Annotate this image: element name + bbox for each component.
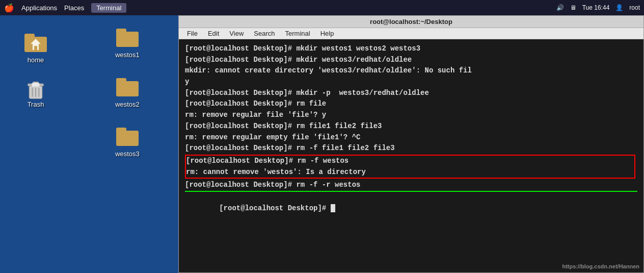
svg-rect-16	[116, 131, 139, 146]
desktop-icon-westos2[interactable]: westos2	[92, 70, 163, 112]
menu-help[interactable]: Help	[315, 28, 339, 39]
westos2-icon-label: westos2	[115, 101, 140, 108]
desktop-icon-westos1[interactable]: westos1	[92, 20, 163, 63]
applications-menu[interactable]: Applications	[21, 4, 57, 12]
desktop-icon-home[interactable]: home	[0, 26, 71, 68]
terminal-line-2: [root@localhost Desktop]# mkdir westos3/…	[185, 55, 637, 66]
apple-icon[interactable]: 🍎	[4, 3, 14, 13]
westos3-folder-icon	[115, 123, 140, 148]
home-folder-icon	[23, 30, 48, 54]
red-highlight-box: [root@localhost Desktop]# rm -f westos r…	[185, 155, 635, 179]
terminal-window: root@localhost:~/Desktop File Edit View …	[178, 15, 644, 273]
terminal-menubar: File Edit View Search Terminal Help	[179, 28, 643, 39]
svg-rect-1	[24, 34, 35, 39]
username: root	[629, 4, 640, 11]
taskbar-right: 🔊 🖥 Tue 16:44 👤 root	[556, 4, 640, 11]
terminal-line-14: [root@localhost Desktop]#	[185, 192, 637, 225]
terminal-line-10: [root@localhost Desktop]# rm -f file1 fi…	[185, 143, 637, 154]
taskbar: 🍎 Applications Places Terminal 🔊 🖥 Tue 1…	[0, 0, 644, 15]
svg-rect-15	[116, 78, 126, 83]
watermark: https://blog.csdn.net/Hannen	[562, 263, 639, 269]
westos3-icon-label: westos3	[115, 150, 140, 158]
trash-icon-label: Trash	[28, 101, 44, 108]
terminal-line-8: [root@localhost Desktop]# rm file1 file2…	[185, 121, 637, 132]
menu-edit[interactable]: Edit	[203, 28, 224, 39]
terminal-line-9: rm: remove regular empty file 'file1'? ^…	[185, 132, 637, 143]
menu-search[interactable]: Search	[249, 28, 280, 39]
westos1-folder-icon	[115, 24, 140, 49]
svg-rect-17	[116, 128, 126, 133]
desktop-icon-westos3[interactable]: westos3	[92, 119, 163, 162]
desktop-icon-trash[interactable]: Trash	[0, 74, 71, 112]
svg-rect-4	[34, 46, 37, 50]
taskbar-left: 🍎 Applications Places Terminal	[4, 3, 126, 13]
clock: Tue 16:44	[582, 4, 610, 11]
volume-icon[interactable]: 🔊	[556, 4, 564, 11]
svg-rect-12	[116, 32, 139, 47]
terminal-line-13: [root@localhost Desktop]# rm -f -r westo…	[185, 180, 637, 191]
menu-view[interactable]: View	[224, 28, 249, 39]
terminal-body[interactable]: [root@localhost Desktop]# mkdir westos1 …	[179, 39, 643, 272]
desktop-icons-right: westos1 westos2 westos3	[87, 15, 163, 273]
svg-rect-11	[32, 83, 40, 86]
terminal-line-5: [root@localhost Desktop]# mkdir -p westo…	[185, 88, 637, 99]
terminal-titlebar: root@localhost:~/Desktop	[179, 16, 643, 28]
green-highlight-line: [root@localhost Desktop]# rm -f -r westo…	[185, 180, 637, 192]
westos2-folder-icon	[115, 74, 140, 98]
home-icon-label: home	[28, 56, 44, 64]
terminal-line-1: [root@localhost Desktop]# mkdir westos1 …	[185, 43, 637, 55]
terminal-line-4: y	[185, 77, 637, 88]
trash-can-icon	[24, 78, 47, 101]
terminal-line-3: mkdir: cannot create directory 'westos3/…	[185, 65, 637, 77]
terminal-line-7: rm: remove regular file 'file'? y	[185, 110, 637, 121]
terminal-line-12: rm: cannot remove 'westos': Is a directo…	[186, 167, 634, 178]
terminal-line-6: [root@localhost Desktop]# rm file	[185, 98, 637, 110]
display-icon[interactable]: 🖥	[570, 4, 576, 11]
terminal-line-11: [root@localhost Desktop]# rm -f westos	[186, 156, 634, 167]
svg-rect-14	[116, 81, 139, 96]
svg-rect-13	[116, 29, 126, 34]
desktop: home Trash	[0, 15, 644, 273]
menu-terminal[interactable]: Terminal	[280, 28, 315, 39]
terminal-menu[interactable]: Terminal	[91, 3, 126, 13]
menu-file[interactable]: File	[182, 28, 203, 39]
terminal-cursor	[331, 204, 335, 212]
places-menu[interactable]: Places	[64, 4, 84, 12]
desktop-icons-left: home Trash	[0, 15, 87, 273]
terminal-title: root@localhost:~/Desktop	[370, 18, 452, 26]
westos1-icon-label: westos1	[115, 51, 140, 59]
user-icon: 👤	[615, 4, 623, 11]
